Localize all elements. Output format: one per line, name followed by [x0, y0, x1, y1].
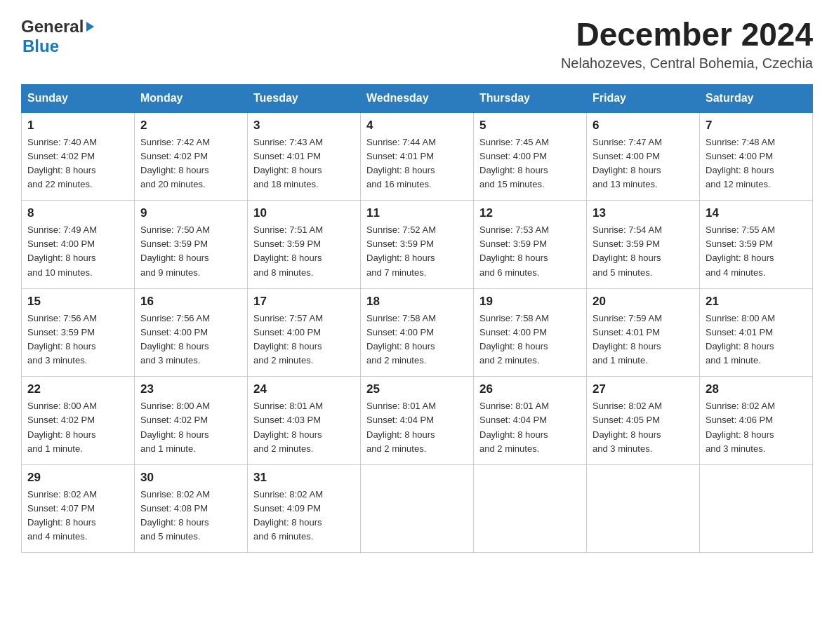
- day-info: Sunrise: 8:00 AMSunset: 4:01 PMDaylight:…: [706, 311, 807, 368]
- calendar-cell: 4Sunrise: 7:44 AMSunset: 4:01 PMDaylight…: [361, 112, 474, 201]
- calendar-table: SundayMondayTuesdayWednesdayThursdayFrid…: [21, 84, 813, 554]
- calendar-cell: 8Sunrise: 7:49 AMSunset: 4:00 PMDaylight…: [22, 201, 135, 289]
- calendar-cell: 12Sunrise: 7:53 AMSunset: 3:59 PMDayligh…: [474, 201, 587, 289]
- page-header: General Blue December 2024 Nelahozeves, …: [21, 17, 813, 72]
- day-info: Sunrise: 8:02 AMSunset: 4:06 PMDaylight:…: [706, 399, 807, 456]
- day-header-saturday: Saturday: [700, 84, 813, 112]
- calendar-week-row: 15Sunrise: 7:56 AMSunset: 3:59 PMDayligh…: [22, 288, 813, 377]
- day-number: 9: [140, 206, 241, 220]
- day-number: 7: [706, 119, 807, 133]
- day-info: Sunrise: 7:49 AMSunset: 4:00 PMDaylight:…: [27, 223, 128, 280]
- day-info: Sunrise: 7:56 AMSunset: 3:59 PMDaylight:…: [27, 311, 128, 368]
- day-number: 27: [593, 382, 694, 396]
- day-info: Sunrise: 7:58 AMSunset: 4:00 PMDaylight:…: [366, 311, 468, 368]
- day-info: Sunrise: 8:00 AMSunset: 4:02 PMDaylight:…: [140, 399, 241, 456]
- day-info: Sunrise: 7:50 AMSunset: 3:59 PMDaylight:…: [140, 223, 241, 280]
- day-info: Sunrise: 7:53 AMSunset: 3:59 PMDaylight:…: [479, 223, 581, 280]
- calendar-cell: [700, 464, 813, 553]
- day-number: 13: [593, 206, 694, 220]
- month-title: December 2024: [561, 17, 813, 53]
- day-number: 20: [593, 295, 694, 309]
- days-header-row: SundayMondayTuesdayWednesdayThursdayFrid…: [22, 84, 813, 112]
- logo: General Blue: [21, 17, 95, 56]
- calendar-cell: 18Sunrise: 7:58 AMSunset: 4:00 PMDayligh…: [361, 288, 474, 377]
- day-number: 4: [366, 119, 468, 133]
- day-info: Sunrise: 8:02 AMSunset: 4:07 PMDaylight:…: [27, 488, 128, 544]
- calendar-cell: 29Sunrise: 8:02 AMSunset: 4:07 PMDayligh…: [22, 464, 135, 553]
- day-info: Sunrise: 8:01 AMSunset: 4:04 PMDaylight:…: [479, 399, 581, 456]
- day-number: 31: [253, 471, 355, 485]
- day-number: 22: [27, 382, 128, 396]
- calendar-week-row: 22Sunrise: 8:00 AMSunset: 4:02 PMDayligh…: [22, 377, 813, 465]
- day-number: 11: [366, 206, 468, 220]
- day-info: Sunrise: 7:52 AMSunset: 3:59 PMDaylight:…: [366, 223, 468, 280]
- day-number: 6: [593, 119, 694, 133]
- day-info: Sunrise: 8:01 AMSunset: 4:03 PMDaylight:…: [253, 399, 355, 456]
- calendar-cell: 16Sunrise: 7:56 AMSunset: 4:00 PMDayligh…: [135, 288, 248, 377]
- calendar-cell: 1Sunrise: 7:40 AMSunset: 4:02 PMDaylight…: [22, 112, 135, 201]
- day-number: 29: [27, 471, 128, 485]
- day-info: Sunrise: 8:01 AMSunset: 4:04 PMDaylight:…: [366, 399, 468, 456]
- logo-general-text: General: [21, 17, 84, 36]
- day-number: 25: [366, 382, 468, 396]
- day-number: 14: [706, 206, 807, 220]
- calendar-week-row: 8Sunrise: 7:49 AMSunset: 4:00 PMDaylight…: [22, 201, 813, 289]
- day-number: 30: [140, 471, 241, 485]
- day-info: Sunrise: 7:47 AMSunset: 4:00 PMDaylight:…: [593, 135, 694, 192]
- day-number: 26: [479, 382, 581, 396]
- day-number: 5: [479, 119, 581, 133]
- day-number: 23: [140, 382, 241, 396]
- day-number: 28: [706, 382, 807, 396]
- day-info: Sunrise: 7:58 AMSunset: 4:00 PMDaylight:…: [479, 311, 581, 368]
- calendar-cell: 3Sunrise: 7:43 AMSunset: 4:01 PMDaylight…: [248, 112, 361, 201]
- day-info: Sunrise: 7:42 AMSunset: 4:02 PMDaylight:…: [140, 135, 241, 192]
- calendar-cell: 9Sunrise: 7:50 AMSunset: 3:59 PMDaylight…: [135, 201, 248, 289]
- day-info: Sunrise: 8:02 AMSunset: 4:09 PMDaylight:…: [253, 488, 355, 544]
- day-number: 1: [27, 119, 128, 133]
- calendar-cell: 10Sunrise: 7:51 AMSunset: 3:59 PMDayligh…: [248, 201, 361, 289]
- day-header-wednesday: Wednesday: [361, 84, 474, 112]
- day-info: Sunrise: 7:44 AMSunset: 4:01 PMDaylight:…: [366, 135, 468, 192]
- day-number: 19: [479, 295, 581, 309]
- calendar-cell: 15Sunrise: 7:56 AMSunset: 3:59 PMDayligh…: [22, 288, 135, 377]
- day-number: 3: [253, 119, 355, 133]
- calendar-cell: 24Sunrise: 8:01 AMSunset: 4:03 PMDayligh…: [248, 377, 361, 465]
- calendar-cell: 26Sunrise: 8:01 AMSunset: 4:04 PMDayligh…: [474, 377, 587, 465]
- day-info: Sunrise: 7:48 AMSunset: 4:00 PMDaylight:…: [706, 135, 807, 192]
- calendar-cell: [361, 464, 474, 553]
- calendar-cell: 13Sunrise: 7:54 AMSunset: 3:59 PMDayligh…: [587, 201, 700, 289]
- calendar-cell: 27Sunrise: 8:02 AMSunset: 4:05 PMDayligh…: [587, 377, 700, 465]
- calendar-cell: 31Sunrise: 8:02 AMSunset: 4:09 PMDayligh…: [248, 464, 361, 553]
- day-info: Sunrise: 7:45 AMSunset: 4:00 PMDaylight:…: [479, 135, 581, 192]
- calendar-cell: 28Sunrise: 8:02 AMSunset: 4:06 PMDayligh…: [700, 377, 813, 465]
- day-header-thursday: Thursday: [474, 84, 587, 112]
- calendar-cell: 7Sunrise: 7:48 AMSunset: 4:00 PMDaylight…: [700, 112, 813, 201]
- day-info: Sunrise: 7:57 AMSunset: 4:00 PMDaylight:…: [253, 311, 355, 368]
- calendar-cell: 20Sunrise: 7:59 AMSunset: 4:01 PMDayligh…: [587, 288, 700, 377]
- day-header-monday: Monday: [135, 84, 248, 112]
- day-number: 2: [140, 119, 241, 133]
- day-number: 12: [479, 206, 581, 220]
- calendar-cell: [587, 464, 700, 553]
- day-number: 16: [140, 295, 241, 309]
- calendar-cell: 22Sunrise: 8:00 AMSunset: 4:02 PMDayligh…: [22, 377, 135, 465]
- day-number: 8: [27, 206, 128, 220]
- calendar-cell: 5Sunrise: 7:45 AMSunset: 4:00 PMDaylight…: [474, 112, 587, 201]
- day-number: 18: [366, 295, 468, 309]
- day-header-friday: Friday: [587, 84, 700, 112]
- day-number: 17: [253, 295, 355, 309]
- day-number: 15: [27, 295, 128, 309]
- day-info: Sunrise: 8:02 AMSunset: 4:05 PMDaylight:…: [593, 399, 694, 456]
- logo-blue-text: Blue: [22, 36, 59, 56]
- day-info: Sunrise: 8:00 AMSunset: 4:02 PMDaylight:…: [27, 399, 128, 456]
- calendar-cell: 25Sunrise: 8:01 AMSunset: 4:04 PMDayligh…: [361, 377, 474, 465]
- calendar-cell: 2Sunrise: 7:42 AMSunset: 4:02 PMDaylight…: [135, 112, 248, 201]
- calendar-cell: [474, 464, 587, 553]
- calendar-week-row: 1Sunrise: 7:40 AMSunset: 4:02 PMDaylight…: [22, 112, 813, 201]
- day-header-sunday: Sunday: [22, 84, 135, 112]
- day-number: 10: [253, 206, 355, 220]
- day-header-tuesday: Tuesday: [248, 84, 361, 112]
- calendar-week-row: 29Sunrise: 8:02 AMSunset: 4:07 PMDayligh…: [22, 464, 813, 553]
- calendar-cell: 11Sunrise: 7:52 AMSunset: 3:59 PMDayligh…: [361, 201, 474, 289]
- calendar-cell: 6Sunrise: 7:47 AMSunset: 4:00 PMDaylight…: [587, 112, 700, 201]
